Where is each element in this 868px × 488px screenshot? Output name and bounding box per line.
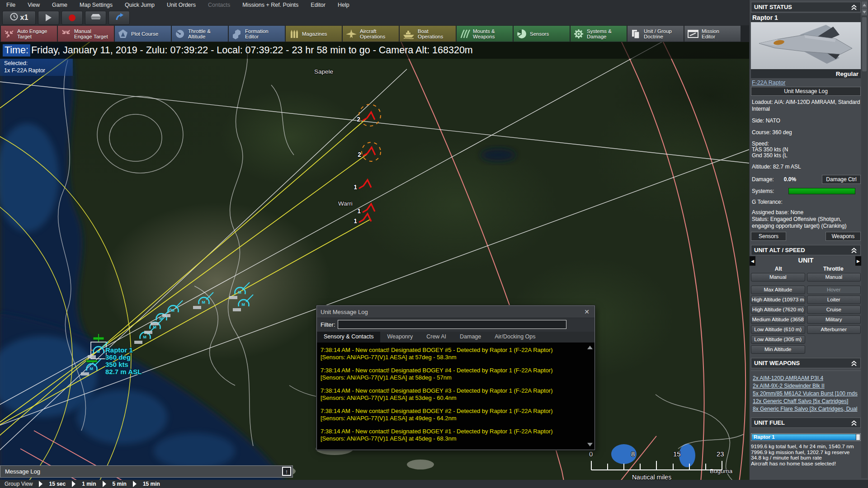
collapse-chevron-icon[interactable]	[850, 4, 858, 11]
message-log-bar[interactable]: Message Log ↑	[0, 465, 293, 478]
close-icon[interactable]: ✕	[583, 308, 591, 315]
weapon-link-sidewinder[interactable]: 2x AIM-9X-2 Sidewinder Blk II	[753, 382, 861, 390]
prev-unit-arrow[interactable]: ◀	[750, 256, 755, 266]
systems-damage-button[interactable]: Systems & Damage	[571, 26, 627, 42]
play-interval-icon[interactable]	[72, 481, 75, 487]
interval-5-min[interactable]: 5 min	[113, 481, 127, 487]
scroll-up-button[interactable]	[862, 1, 867, 8]
throttle-manual-button[interactable]: Manual	[807, 273, 861, 282]
manual-engage-target-button[interactable]: Manual Engage Target	[58, 26, 114, 42]
high-altitude-7620-button[interactable]: High Altitude (7620 m)	[751, 305, 805, 314]
medium-altitude-button[interactable]: Medium Altitude (3658	[751, 315, 805, 324]
interval-15-sec[interactable]: 15 sec	[49, 481, 66, 487]
unit-type-link[interactable]: F-22A Raptor	[752, 80, 785, 86]
scroll-down-button[interactable]	[862, 9, 867, 15]
menu-file[interactable]: File	[6, 2, 15, 8]
high-altitude-10973-button[interactable]: High Altitude (10973 m	[751, 296, 805, 304]
sidebar-scrollbar[interactable]	[861, 1, 868, 478]
scroll-up-icon[interactable]	[587, 346, 593, 349]
hostile-air-symbol[interactable]	[359, 214, 371, 222]
unit-group-doctrine-button[interactable]: Unit / Group Doctrine	[627, 26, 684, 42]
unit-alt-speed-header[interactable]: UNIT ALT / SPEED	[751, 245, 861, 255]
damage-ctrl-button[interactable]: Damage Ctrl	[822, 175, 861, 184]
tab-weaponry[interactable]: Weaponry	[380, 332, 420, 343]
record-button[interactable]	[61, 11, 83, 25]
throttle-afterburner-button[interactable]: Afterburner	[807, 325, 861, 334]
tab-crew-ai[interactable]: Crew AI	[420, 332, 453, 343]
run-button[interactable]	[38, 11, 59, 25]
unit-message-log-button[interactable]: Unit Message Log	[751, 87, 861, 96]
low-altitude-610-button[interactable]: Low Altitude (610 m)	[751, 325, 805, 334]
menu-map-settings[interactable]: Map Settings	[80, 2, 113, 8]
friendly-air-symbol[interactable]	[193, 292, 213, 309]
low-altitude-305-button[interactable]: Low Altitude (305 m)	[751, 335, 805, 344]
unit-status-header[interactable]: UNIT STATUS	[751, 2, 861, 12]
interval-15-min[interactable]: 15 min	[143, 481, 160, 487]
friendly-air-symbol[interactable]	[162, 300, 183, 317]
jump-to-button[interactable]	[108, 11, 130, 25]
throttle-loiter-button[interactable]: Loiter	[807, 296, 861, 304]
fuel-list-scrollbar[interactable]	[856, 434, 860, 440]
throttle-cruise-button[interactable]: Cruise	[807, 305, 861, 314]
alt-manual-button[interactable]: Manual	[751, 273, 805, 282]
recorder-button[interactable]	[85, 11, 106, 25]
collapse-chevron-icon[interactable]	[850, 360, 858, 367]
tab-sensory-contacts[interactable]: Sensory & Contacts	[317, 332, 380, 343]
min-altitude-button[interactable]: Min Altitude	[751, 345, 805, 354]
collapse-chevron-icon[interactable]	[850, 420, 858, 427]
unit-weapons-header[interactable]: UNIT WEAPONS	[751, 358, 861, 368]
weapon-link-flare[interactable]: 8x Generic Flare Salvo [3x Cartridges, D…	[753, 405, 861, 413]
play-interval-icon[interactable]	[133, 481, 137, 487]
throttle-altitude-button[interactable]: Throttle & Altitude	[172, 26, 228, 42]
message-list[interactable]: 7:38:14 AM - New contact! Designated BOG…	[317, 343, 594, 450]
hostile-air-symbol[interactable]	[363, 112, 375, 121]
play-interval-icon[interactable]	[39, 481, 42, 487]
log-message: 7:38:14 AM - New contact! Designated BOG…	[321, 367, 583, 381]
unit-fuel-header[interactable]: UNIT FUEL	[751, 418, 861, 428]
sensors-panel-button[interactable]: Sensors	[751, 232, 786, 241]
weapon-link-vulcan[interactable]: 5x 20mm/85 M61A2 Vulcan Burst [100 rnds	[753, 390, 861, 398]
next-unit-arrow[interactable]: ▶	[855, 256, 861, 266]
menu-quick-jump[interactable]: Quick Jump	[125, 2, 155, 8]
menu-editor[interactable]: Editor	[311, 2, 326, 8]
throttle-military-button[interactable]: Military	[807, 315, 861, 324]
group-view-label[interactable]: Group View	[5, 481, 33, 487]
collapse-chevron-icon[interactable]	[850, 247, 858, 254]
menu-missions-ref-points[interactable]: Missions + Ref. Points	[242, 2, 298, 8]
dialog-scrollbar[interactable]	[586, 344, 594, 448]
filter-input[interactable]	[338, 320, 566, 329]
menu-game[interactable]: Game	[52, 2, 67, 8]
friendly-air-symbol[interactable]	[134, 327, 155, 344]
interval-1-min[interactable]: 1 min	[82, 481, 96, 487]
weapon-link-chaff[interactable]: 12x Generic Chaff Salvo [5x Cartridges]	[753, 398, 861, 405]
aircraft-operations-button[interactable]: Aircraft Operations	[343, 26, 399, 42]
scrollbar-thumb[interactable]	[862, 17, 867, 71]
mounts-weapons-button[interactable]: Mounts & Weapons	[457, 26, 513, 42]
auto-engage-target-button[interactable]: Auto Engage Target	[1, 26, 57, 42]
weapon-link-amraam[interactable]: 2x AIM-120D AMRAAM P3I.4	[753, 375, 861, 382]
play-interval-icon[interactable]	[103, 481, 106, 487]
time-compression-button[interactable]: x1	[2, 11, 36, 25]
popout-arrow-button[interactable]: ↑	[282, 467, 291, 476]
plot-course-button[interactable]: Plot Course	[115, 26, 171, 42]
boat-operations-button[interactable]: Boat Operations	[400, 26, 456, 42]
sensors-button[interactable]: Sensors	[514, 26, 570, 42]
menu-view[interactable]: View	[28, 2, 40, 8]
unit-status-sidebar: UNIT STATUS Raptor 1 Regular F-22A Rapto…	[749, 0, 868, 480]
fuel-selected-unit[interactable]: Raptor 1	[752, 434, 856, 440]
formation-editor-button[interactable]: Formation Editor	[229, 26, 285, 42]
menu-unit-orders[interactable]: Unit Orders	[167, 2, 196, 8]
aircraft-operations-label: Aircraft Operations	[360, 28, 385, 39]
menu-help[interactable]: Help	[338, 2, 349, 8]
tab-air-docking-ops[interactable]: Air/Docking Ops	[488, 332, 542, 343]
magazines-button[interactable]: Magazines	[286, 26, 342, 42]
mission-editor-button[interactable]: Mission Editor	[684, 26, 741, 42]
dialog-title-bar[interactable]: Unit Message Log ✕	[317, 306, 594, 318]
hostile-air-symbol[interactable]	[363, 147, 375, 156]
hostile-air-symbol[interactable]	[359, 180, 371, 188]
tab-damage[interactable]: Damage	[453, 332, 488, 343]
fuel-unit-list[interactable]: Raptor 1	[751, 433, 861, 441]
scroll-down-icon[interactable]	[587, 443, 593, 446]
weapons-panel-button[interactable]: Weapons	[826, 232, 861, 241]
max-altitude-button[interactable]: Max Altitude	[751, 286, 805, 294]
